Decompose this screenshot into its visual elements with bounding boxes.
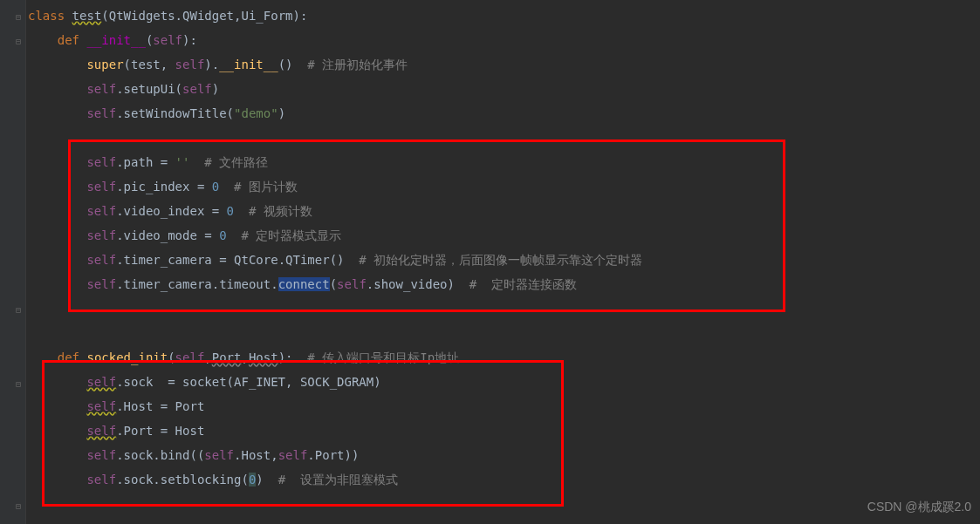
code-line: self.video_index = 0 # 视频计数 — [28, 199, 642, 223]
fold-icon[interactable]: ⊟ — [16, 372, 21, 397]
code-line: self.setWindowTitle("demo") — [28, 101, 642, 126]
code-line — [28, 321, 642, 345]
code-line: self.pic_index = 0 # 图片计数 — [28, 174, 642, 199]
code-line: self.setupUi(self) — [28, 77, 642, 101]
code-line — [28, 296, 642, 321]
code-editor[interactable]: class test(QtWidgets.QWidget,Ui_Form): d… — [26, 0, 642, 492]
code-line: self.path = '' # 文件路径 — [28, 150, 642, 174]
code-line: super(test, self).__init__() # 注册初始化事件 — [28, 52, 642, 77]
code-line: self.video_mode = 0 # 定时器模式显示 — [28, 223, 642, 248]
code-line: self.sock.setblocking(0) # 设置为非阻塞模式 — [28, 467, 642, 492]
code-line: self.timer_camera.timeout.connect(self.s… — [28, 272, 642, 296]
fold-icon[interactable]: ⊟ — [16, 30, 21, 54]
code-line: def socked_init(self,Port,Host): # 传入端口号… — [28, 345, 642, 370]
gutter: ⊟ ⊟ ⊟ ⊟ ⊟ — [0, 0, 26, 524]
code-line: self.sock.bind((self.Host,self.Port)) — [28, 443, 642, 467]
code-line — [28, 126, 642, 150]
code-line: self.Port = Host — [28, 419, 642, 443]
code-line: self.Host = Port — [28, 394, 642, 419]
code-line: def __init__(self): — [28, 28, 642, 52]
fold-icon[interactable]: ⊟ — [16, 298, 21, 323]
code-line: self.sock = socket(AF_INET, SOCK_DGRAM) — [28, 370, 642, 394]
watermark: CSDN @桃成蹊2.0 — [867, 494, 971, 519]
code-line: self.timer_camera = QtCore.QTimer() # 初始… — [28, 248, 642, 272]
fold-icon[interactable]: ⊟ — [16, 5, 21, 30]
fold-icon[interactable]: ⊟ — [16, 494, 21, 519]
code-line: class test(QtWidgets.QWidget,Ui_Form): — [28, 3, 642, 28]
